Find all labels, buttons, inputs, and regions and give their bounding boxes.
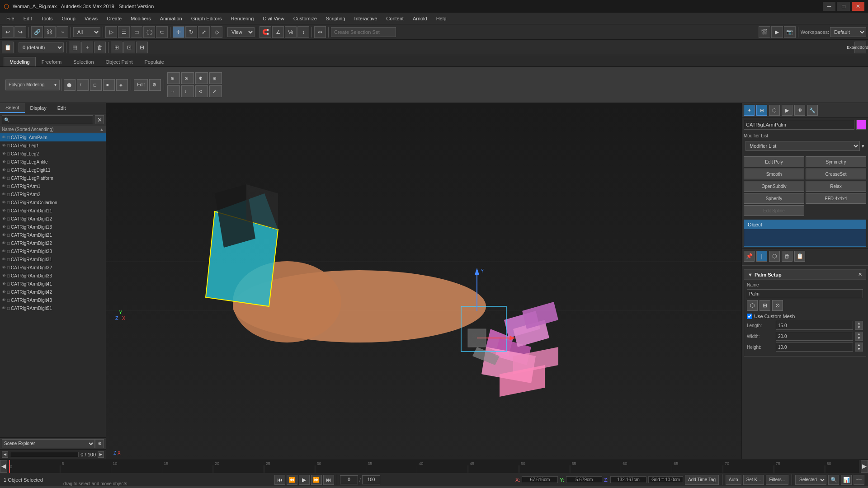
menu-item-file[interactable]: File [2,13,19,24]
cmd-tab-create[interactable]: ✦ [744,105,755,116]
scene-list-item[interactable]: 👁 ◻ CATRigRArm2 [0,190,106,198]
menu-item-interactive[interactable]: Interactive [350,13,382,24]
symmetry-button[interactable]: Symmetry [806,156,866,167]
layer-delete-button[interactable]: 🗑 [94,42,106,53]
unlink-button[interactable]: ⛓ [44,26,56,38]
ribbon-tab-populate[interactable]: Populate [138,57,170,66]
menu-item-tools[interactable]: Tools [37,13,57,24]
spherify-button[interactable]: Spherify [744,193,804,204]
settings-button[interactable]: ⚙ [149,79,161,91]
scene-list-item[interactable]: 👁 ◻ CATRigLLeg2 [0,150,106,158]
add-time-tag-button[interactable]: Add Time Tag [685,475,719,485]
border-button[interactable]: ◻ [90,79,102,91]
select-move-button[interactable]: ✛ [173,26,184,38]
polygon-modeling-dropdown-button[interactable]: Polygon Modeling ▾ [5,80,60,90]
render-button[interactable]: 📷 [784,26,796,38]
selected-mode-dropdown[interactable]: Selected [795,475,826,485]
undo-button[interactable]: ↩ [2,26,14,38]
grid-button-2[interactable]: ⊡ [123,42,135,53]
menu-item-animation[interactable]: Animation [156,13,187,24]
scene-search-input[interactable] [2,115,93,124]
close-button[interactable]: ✕ [852,2,864,11]
grid-button-3[interactable]: ⊟ [136,42,148,53]
height-input[interactable] [776,343,853,352]
stack-active-button[interactable]: | [756,251,767,262]
ribbon-tab-selection[interactable]: Selection [67,57,99,66]
ribbon-btn-6[interactable]: ↕ [181,85,194,97]
select-object-button[interactable]: ▷ [105,26,117,38]
progress-next-button[interactable]: ▶ [98,451,104,458]
rotate-button[interactable]: ↻ [185,26,197,38]
modifier-list-dropdown[interactable]: Modifier List [745,141,860,151]
place-highlight-button[interactable]: ◇ [211,26,222,38]
next-frame-button[interactable]: ⏩ [311,475,322,485]
palm-icon-btn-1[interactable]: ⬡ [747,300,758,311]
ribbon-btn-7[interactable]: ⟲ [195,85,208,97]
edit-poly-settings-button[interactable]: Edit [134,79,148,91]
auto-key-button[interactable]: Auto [726,475,741,485]
snap-toggle-button[interactable]: 🧲 [259,26,271,38]
spinner-snap-button[interactable]: ↕ [297,26,309,38]
display-tab[interactable]: Display [25,103,52,113]
go-to-start-button[interactable]: ⏮ [274,475,285,485]
menu-item-civil-view[interactable]: Civil View [258,13,288,24]
viewport[interactable]: [+] [Perspective] [High Quality] [Defaul… [106,103,741,459]
select-tab[interactable]: Select [0,103,25,113]
polygon-button[interactable]: ■ [103,79,115,91]
stack-item-object[interactable]: Object [744,220,866,229]
menu-item-scripting[interactable]: Scripting [321,13,350,24]
relax-button[interactable]: Relax [806,181,866,192]
scene-list-item[interactable]: 👁 ◻ CATRigRArmDigit31 [0,255,106,263]
cmd-tab-modify[interactable]: ⊞ [756,105,767,116]
ribbon-btn-1[interactable]: ⊕ [167,72,180,84]
layer-dropdown[interactable]: 0 (default) [19,42,64,52]
cmd-tab-hierarchy[interactable]: ⬡ [769,105,780,116]
width-input[interactable] [776,332,853,341]
scene-list-item[interactable]: 👁 ◻ CATRigRArmDigit22 [0,239,106,247]
edit-tab[interactable]: Edit [52,103,71,113]
ribbon-tab-modeling[interactable]: Modeling [4,57,36,66]
ribbon-tab-object-paint[interactable]: Object Paint [100,57,139,66]
object-color-swatch[interactable] [856,120,866,130]
edit-poly-button[interactable]: Edit Poly [744,156,804,167]
menu-item-group[interactable]: Group [57,13,80,24]
ribbon-btn-3[interactable]: ✱ [195,72,208,84]
edge-button[interactable]: / [77,79,89,91]
menu-item-modifiers[interactable]: Modifiers [126,13,156,24]
length-spinner[interactable]: ▲▼ [855,321,863,330]
scene-list-item[interactable]: 👁 ◻ CATRigRArmDigit32 [0,263,106,272]
smooth-button[interactable]: Smooth [744,169,804,179]
menu-item-graph-editors[interactable]: Graph Editors [187,13,226,24]
palm-icon-btn-2[interactable]: ⊞ [760,300,770,311]
ribbon-btn-4[interactable]: ⊞ [209,72,222,84]
play-button[interactable]: ▶ [299,475,310,485]
ribbon-btn-5[interactable]: ↔ [167,85,180,97]
scale-button[interactable]: ⤢ [198,26,210,38]
ffd-4x4x4-button[interactable]: FFD 4x4x4 [806,193,866,204]
set-key-button[interactable]: Set K... [743,475,764,485]
palm-icon-btn-3[interactable]: ⊙ [772,300,783,311]
height-spinner[interactable]: ▲▼ [855,343,863,352]
menu-item-arnold[interactable]: Arnold [408,13,432,24]
scene-list-item[interactable]: 👁 ◻ CATRigLLegDigit11 [0,166,106,174]
zoom-search-button[interactable]: 🔍 [828,475,839,485]
timeline-scroll-left[interactable]: ◀ [0,460,7,473]
vertex-button[interactable]: ⬤ [64,79,75,91]
cmd-tab-motion[interactable]: ▶ [782,105,793,116]
ribbon-btn-8[interactable]: ⤢ [209,85,222,97]
use-custom-mesh-checkbox[interactable] [747,314,752,319]
minimize-button[interactable]: ─ [823,2,835,11]
select-region-circle[interactable]: ◯ [143,26,155,38]
reference-coord-dropdown[interactable]: View [227,27,255,37]
scene-list-item[interactable]: 👁 ◻ CATRigRArmDigit23 [0,247,106,255]
layer-manager-button[interactable]: ▤ [69,42,80,53]
scene-list-item[interactable]: 👁 ◻ CATRigRArmDigit43 [0,296,106,304]
scene-list-item[interactable]: 👁 ◻ CATRigRArmDigit41 [0,280,106,288]
scene-explorer-dropdown[interactable]: Scene Explorer [2,439,95,448]
scene-list-item[interactable]: 👁 ◻ CATRigLLegPlatform [0,174,106,182]
element-button[interactable]: ◈ [116,79,128,91]
go-to-end-button[interactable]: ⏭ [323,475,334,485]
edit-spline-button[interactable]: Edit Spline [744,205,804,216]
progress-prev-button[interactable]: ◀ [2,451,8,458]
extend-borders-button[interactable]: ExtendBorders [854,42,866,53]
